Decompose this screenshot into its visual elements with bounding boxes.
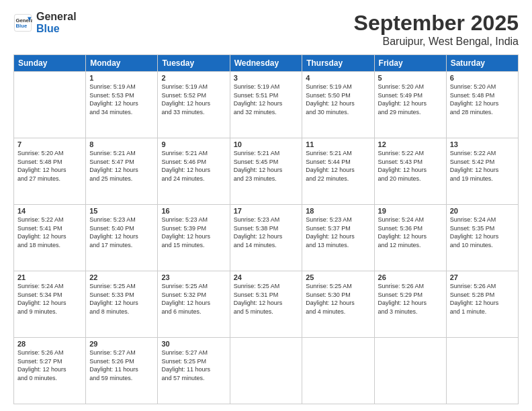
day-number: 10 <box>234 140 299 148</box>
calendar-cell: 20Sunrise: 5:24 AM Sunset: 5:35 PM Dayli… <box>446 205 518 271</box>
header-wednesday: Wednesday <box>230 55 302 72</box>
calendar-cell: 7Sunrise: 5:20 AM Sunset: 5:48 PM Daylig… <box>14 138 86 205</box>
day-info: Sunrise: 5:23 AM Sunset: 5:39 PM Dayligh… <box>161 216 226 249</box>
day-info: Sunrise: 5:25 AM Sunset: 5:32 PM Dayligh… <box>161 282 226 316</box>
weekday-header-row: Sunday Monday Tuesday Wednesday Thursday… <box>14 55 519 72</box>
day-info: Sunrise: 5:21 AM Sunset: 5:46 PM Dayligh… <box>161 149 226 183</box>
logo-blue-text: Blue <box>36 23 77 35</box>
day-number: 15 <box>89 207 154 215</box>
header-saturday: Saturday <box>446 55 518 72</box>
calendar-cell: 22Sunrise: 5:25 AM Sunset: 5:33 PM Dayli… <box>86 271 158 338</box>
calendar-cell <box>14 72 86 138</box>
day-number: 12 <box>378 140 443 148</box>
calendar-cell: 18Sunrise: 5:23 AM Sunset: 5:37 PM Dayli… <box>302 205 374 271</box>
day-number: 8 <box>89 140 154 148</box>
day-info: Sunrise: 5:26 AM Sunset: 5:29 PM Dayligh… <box>378 282 443 316</box>
calendar-cell: 8Sunrise: 5:21 AM Sunset: 5:47 PM Daylig… <box>86 138 158 205</box>
day-info: Sunrise: 5:23 AM Sunset: 5:37 PM Dayligh… <box>306 216 370 249</box>
logo: General Blue General Blue <box>13 11 77 34</box>
day-number: 17 <box>234 207 299 215</box>
calendar-cell: 24Sunrise: 5:25 AM Sunset: 5:31 PM Dayli… <box>230 271 302 338</box>
calendar-cell: 13Sunrise: 5:22 AM Sunset: 5:42 PM Dayli… <box>446 138 518 205</box>
day-number: 24 <box>234 273 299 281</box>
calendar-week-1: 1Sunrise: 5:19 AM Sunset: 5:53 PM Daylig… <box>14 72 519 138</box>
day-number: 11 <box>306 140 370 148</box>
calendar-cell: 3Sunrise: 5:19 AM Sunset: 5:51 PM Daylig… <box>230 72 302 138</box>
calendar-cell <box>446 338 518 404</box>
day-info: Sunrise: 5:26 AM Sunset: 5:28 PM Dayligh… <box>450 282 515 316</box>
calendar-week-4: 21Sunrise: 5:24 AM Sunset: 5:34 PM Dayli… <box>14 271 519 338</box>
svg-text:Blue: Blue <box>16 23 28 29</box>
day-info: Sunrise: 5:23 AM Sunset: 5:38 PM Dayligh… <box>234 216 299 249</box>
calendar-week-2: 7Sunrise: 5:20 AM Sunset: 5:48 PM Daylig… <box>14 138 519 205</box>
day-info: Sunrise: 5:19 AM Sunset: 5:53 PM Dayligh… <box>89 83 154 116</box>
calendar-cell: 29Sunrise: 5:27 AM Sunset: 5:26 PM Dayli… <box>86 338 158 404</box>
day-number: 18 <box>306 207 370 215</box>
calendar-cell: 5Sunrise: 5:20 AM Sunset: 5:49 PM Daylig… <box>374 72 446 138</box>
day-info: Sunrise: 5:22 AM Sunset: 5:41 PM Dayligh… <box>17 216 82 249</box>
day-number: 6 <box>450 74 515 82</box>
day-info: Sunrise: 5:22 AM Sunset: 5:42 PM Dayligh… <box>450 149 515 183</box>
logo-text: General Blue <box>36 11 77 34</box>
day-number: 22 <box>89 273 154 281</box>
header-sunday: Sunday <box>14 55 86 72</box>
day-info: Sunrise: 5:24 AM Sunset: 5:36 PM Dayligh… <box>378 216 443 249</box>
day-number: 4 <box>306 74 370 82</box>
day-info: Sunrise: 5:24 AM Sunset: 5:35 PM Dayligh… <box>450 216 515 249</box>
calendar-cell: 16Sunrise: 5:23 AM Sunset: 5:39 PM Dayli… <box>158 205 230 271</box>
calendar-cell: 28Sunrise: 5:26 AM Sunset: 5:27 PM Dayli… <box>14 338 86 404</box>
day-info: Sunrise: 5:19 AM Sunset: 5:51 PM Dayligh… <box>234 83 299 116</box>
header-thursday: Thursday <box>302 55 374 72</box>
logo-icon: General Blue <box>13 13 32 32</box>
day-number: 7 <box>17 140 82 148</box>
day-number: 29 <box>89 340 154 348</box>
calendar-cell <box>302 338 374 404</box>
location: Baruipur, West Bengal, India <box>354 36 519 48</box>
day-number: 27 <box>450 273 515 281</box>
calendar-cell: 30Sunrise: 5:27 AM Sunset: 5:25 PM Dayli… <box>158 338 230 404</box>
day-number: 1 <box>89 74 154 82</box>
calendar-cell: 11Sunrise: 5:21 AM Sunset: 5:44 PM Dayli… <box>302 138 374 205</box>
day-number: 14 <box>17 207 82 215</box>
day-info: Sunrise: 5:19 AM Sunset: 5:50 PM Dayligh… <box>306 83 370 116</box>
day-number: 13 <box>450 140 515 148</box>
calendar-cell: 23Sunrise: 5:25 AM Sunset: 5:32 PM Dayli… <box>158 271 230 338</box>
day-info: Sunrise: 5:25 AM Sunset: 5:31 PM Dayligh… <box>234 282 299 316</box>
calendar-cell: 21Sunrise: 5:24 AM Sunset: 5:34 PM Dayli… <box>14 271 86 338</box>
day-number: 20 <box>450 207 515 215</box>
calendar-week-3: 14Sunrise: 5:22 AM Sunset: 5:41 PM Dayli… <box>14 205 519 271</box>
day-number: 3 <box>234 74 299 82</box>
day-info: Sunrise: 5:24 AM Sunset: 5:34 PM Dayligh… <box>17 282 82 316</box>
calendar-cell: 10Sunrise: 5:21 AM Sunset: 5:45 PM Dayli… <box>230 138 302 205</box>
calendar-table: Sunday Monday Tuesday Wednesday Thursday… <box>13 54 519 404</box>
day-number: 9 <box>161 140 226 148</box>
calendar-cell: 19Sunrise: 5:24 AM Sunset: 5:36 PM Dayli… <box>374 205 446 271</box>
logo-general-text: General <box>36 11 77 23</box>
day-info: Sunrise: 5:20 AM Sunset: 5:49 PM Dayligh… <box>378 83 443 116</box>
calendar-cell: 6Sunrise: 5:20 AM Sunset: 5:48 PM Daylig… <box>446 72 518 138</box>
calendar-cell: 2Sunrise: 5:19 AM Sunset: 5:52 PM Daylig… <box>158 72 230 138</box>
calendar-cell: 4Sunrise: 5:19 AM Sunset: 5:50 PM Daylig… <box>302 72 374 138</box>
day-info: Sunrise: 5:20 AM Sunset: 5:48 PM Dayligh… <box>450 83 515 116</box>
calendar-cell: 17Sunrise: 5:23 AM Sunset: 5:38 PM Dayli… <box>230 205 302 271</box>
calendar-cell: 25Sunrise: 5:25 AM Sunset: 5:30 PM Dayli… <box>302 271 374 338</box>
day-info: Sunrise: 5:23 AM Sunset: 5:40 PM Dayligh… <box>89 216 154 249</box>
day-number: 16 <box>161 207 226 215</box>
header-monday: Monday <box>86 55 158 72</box>
day-info: Sunrise: 5:21 AM Sunset: 5:44 PM Dayligh… <box>306 149 370 183</box>
day-info: Sunrise: 5:25 AM Sunset: 5:30 PM Dayligh… <box>306 282 370 316</box>
day-number: 5 <box>378 74 443 82</box>
header-friday: Friday <box>374 55 446 72</box>
day-info: Sunrise: 5:21 AM Sunset: 5:47 PM Dayligh… <box>89 149 154 183</box>
calendar-cell: 9Sunrise: 5:21 AM Sunset: 5:46 PM Daylig… <box>158 138 230 205</box>
day-number: 28 <box>17 340 82 348</box>
day-number: 2 <box>161 74 226 82</box>
calendar-cell <box>374 338 446 404</box>
day-info: Sunrise: 5:25 AM Sunset: 5:33 PM Dayligh… <box>89 282 154 316</box>
day-number: 25 <box>306 273 370 281</box>
day-info: Sunrise: 5:27 AM Sunset: 5:25 PM Dayligh… <box>161 349 226 382</box>
calendar-cell: 12Sunrise: 5:22 AM Sunset: 5:43 PM Dayli… <box>374 138 446 205</box>
day-info: Sunrise: 5:21 AM Sunset: 5:45 PM Dayligh… <box>234 149 299 183</box>
day-info: Sunrise: 5:27 AM Sunset: 5:26 PM Dayligh… <box>89 349 154 382</box>
page-header: General Blue General Blue September 2025… <box>13 11 519 48</box>
